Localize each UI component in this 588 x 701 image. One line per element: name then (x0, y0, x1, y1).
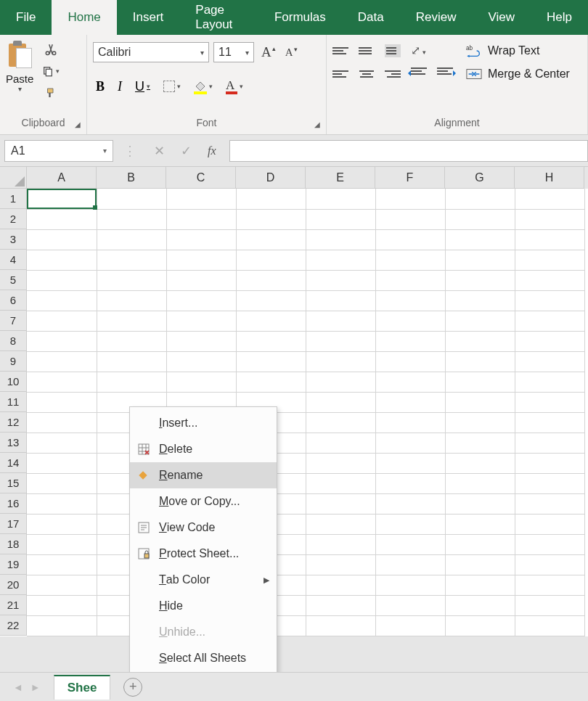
cell-D2[interactable] (236, 209, 306, 229)
cell-A3[interactable] (27, 229, 97, 250)
cell-B7[interactable] (97, 311, 166, 331)
cell-F5[interactable] (375, 270, 445, 290)
cell-D9[interactable] (236, 351, 306, 372)
ctx-view-code[interactable]: View Code (130, 515, 277, 541)
row-header-2[interactable]: 2 (0, 209, 27, 229)
increase-indent-button[interactable] (437, 67, 453, 81)
cell-E9[interactable] (306, 351, 375, 372)
cell-H9[interactable] (515, 351, 584, 372)
borders-button[interactable]: ▾ (163, 81, 181, 92)
cell-E15[interactable] (306, 473, 375, 493)
name-box[interactable]: A1▾ (4, 140, 113, 162)
ctx-move-or-copy[interactable]: Move or Copy... (130, 488, 277, 515)
row-header-15[interactable]: 15 (0, 473, 27, 493)
font-name-combo[interactable]: Calibri▾ (93, 42, 209, 62)
cell-H13[interactable] (515, 433, 584, 453)
cell-H10[interactable] (515, 372, 584, 392)
cell-B9[interactable] (97, 351, 166, 372)
cell-E21[interactable] (306, 595, 375, 615)
formula-cancel-button[interactable]: ✕ (154, 143, 165, 159)
cell-A22[interactable] (27, 615, 97, 636)
sheet-nav-prev[interactable]: ◄ (13, 681, 23, 693)
cell-H5[interactable] (515, 270, 584, 290)
copy-button[interactable]: ▾ (42, 64, 60, 78)
fill-color-button[interactable]: ▾ (194, 80, 213, 93)
sheet-tab-active[interactable]: Shee (54, 675, 111, 700)
cell-G2[interactable] (445, 209, 515, 229)
ctx-delete[interactable]: Delete (130, 436, 277, 462)
ctx-tab-color[interactable]: Tab Color▶ (130, 567, 277, 593)
cell-D5[interactable] (236, 270, 306, 290)
cell-C5[interactable] (166, 270, 236, 290)
cell-E14[interactable] (306, 453, 375, 473)
cell-E4[interactable] (306, 250, 375, 270)
ctx-hide[interactable]: Hide (130, 593, 277, 619)
cell-E18[interactable] (306, 534, 375, 554)
row-header-9[interactable]: 9 (0, 351, 27, 372)
cell-E12[interactable] (306, 412, 375, 433)
cell-F11[interactable] (375, 392, 445, 412)
col-header-c[interactable]: C (166, 167, 236, 189)
cell-A16[interactable] (27, 493, 97, 514)
cell-A12[interactable] (27, 412, 97, 433)
row-header-20[interactable]: 20 (0, 575, 27, 595)
font-launcher[interactable]: ◢ (314, 120, 320, 128)
formula-input[interactable] (229, 140, 588, 162)
cell-G12[interactable] (445, 412, 515, 433)
cell-E5[interactable] (306, 270, 375, 290)
row-header-3[interactable]: 3 (0, 229, 27, 250)
cell-H1[interactable] (515, 189, 584, 209)
cell-F13[interactable] (375, 433, 445, 453)
cell-A18[interactable] (27, 534, 97, 554)
cell-F7[interactable] (375, 311, 445, 331)
cell-A15[interactable] (27, 473, 97, 493)
cell-G18[interactable] (445, 534, 515, 554)
align-right-button[interactable] (385, 67, 401, 81)
formula-enter-button[interactable]: ✓ (181, 143, 192, 159)
row-header-8[interactable]: 8 (0, 331, 27, 351)
cell-B8[interactable] (97, 331, 166, 351)
decrease-indent-button[interactable] (411, 67, 427, 81)
align-middle-button[interactable] (359, 44, 375, 57)
cell-H4[interactable] (515, 250, 584, 270)
cell-H7[interactable] (515, 311, 584, 331)
cell-E3[interactable] (306, 229, 375, 250)
cell-E6[interactable] (306, 290, 375, 311)
cell-A5[interactable] (27, 270, 97, 290)
row-header-19[interactable]: 19 (0, 554, 27, 575)
tab-insert[interactable]: Insert (117, 0, 180, 35)
cell-H16[interactable] (515, 493, 584, 514)
cell-A4[interactable] (27, 250, 97, 270)
cell-F22[interactable] (375, 615, 445, 636)
clipboard-launcher[interactable]: ◢ (75, 120, 81, 128)
col-header-f[interactable]: F (375, 167, 445, 189)
align-left-button[interactable] (332, 67, 348, 81)
cell-H6[interactable] (515, 290, 584, 311)
wrap-text-button[interactable]: ab Wrap Text (466, 44, 570, 58)
align-bottom-button[interactable] (385, 44, 401, 57)
cell-G15[interactable] (445, 473, 515, 493)
format-painter-button[interactable] (42, 86, 60, 100)
cell-E2[interactable] (306, 209, 375, 229)
cell-F8[interactable] (375, 331, 445, 351)
cell-G14[interactable] (445, 453, 515, 473)
tab-file[interactable]: File (0, 0, 52, 35)
cell-C6[interactable] (166, 290, 236, 311)
col-header-a[interactable]: A (27, 167, 97, 189)
tab-view[interactable]: View (472, 0, 531, 35)
bold-button[interactable]: B (96, 79, 105, 94)
sheet-nav-next[interactable]: ► (30, 681, 41, 693)
cell-E8[interactable] (306, 331, 375, 351)
cell-G1[interactable] (445, 189, 515, 209)
cell-G16[interactable] (445, 493, 515, 514)
tab-page-layout[interactable]: Page Layout (179, 0, 258, 35)
cell-A21[interactable] (27, 595, 97, 615)
cell-H18[interactable] (515, 534, 584, 554)
cell-C9[interactable] (166, 351, 236, 372)
cut-button[interactable] (42, 42, 60, 57)
cell-B2[interactable] (97, 209, 166, 229)
cell-G13[interactable] (445, 433, 515, 453)
cell-H14[interactable] (515, 453, 584, 473)
new-sheet-button[interactable]: + (123, 678, 142, 697)
cell-D3[interactable] (236, 229, 306, 250)
